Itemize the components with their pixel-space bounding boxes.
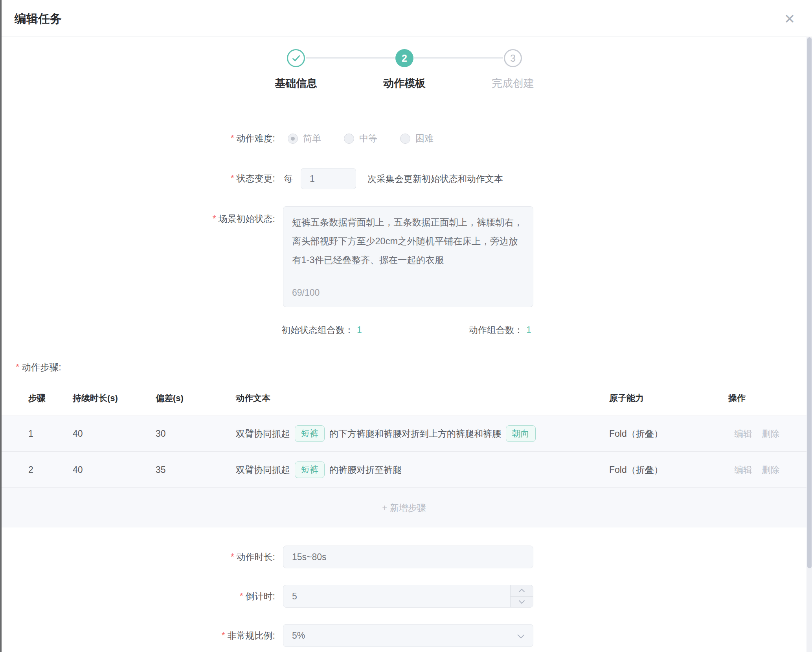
table-row: 1 40 30 双臂协同抓起 短裤 的下方裤腿和裤腰对折到上方的裤腿和裤腰 朝向… bbox=[2, 416, 806, 452]
row2-delete-button[interactable]: 删除 bbox=[762, 452, 780, 487]
unusual-ratio-select[interactable]: 5% bbox=[283, 624, 533, 647]
col-header-step: 步骤 bbox=[28, 392, 46, 404]
add-step-button[interactable]: + 新增步骤 bbox=[2, 488, 806, 527]
scrollbar-thumb[interactable] bbox=[807, 37, 812, 568]
col-header-duration: 持续时长(s) bbox=[73, 392, 118, 404]
step-connector-1 bbox=[306, 57, 395, 59]
row1-deviation: 30 bbox=[156, 416, 166, 451]
countdown-value: 5 bbox=[292, 591, 297, 601]
row1-action-text: 双臂协同抓起 短裤 的下方裤腿和裤腰对折到上方的裤腿和裤腰 朝向 bbox=[236, 416, 540, 451]
radio-selected-icon bbox=[288, 134, 298, 144]
row1-step: 1 bbox=[28, 416, 33, 451]
col-header-action-text: 动作文本 bbox=[236, 392, 270, 404]
initial-combo-value: 1 bbox=[357, 325, 362, 335]
required-marker: * bbox=[213, 214, 216, 224]
step-1-label: 基础信息 bbox=[253, 76, 339, 90]
required-marker: * bbox=[240, 591, 243, 601]
required-marker: * bbox=[231, 173, 234, 183]
table-row: 2 40 35 双臂协同抓起 短裤 的裤腰对折至裤腿 Fold（折叠） 编辑 删… bbox=[2, 452, 806, 488]
difficulty-label: *动作难度: bbox=[118, 132, 275, 145]
state-change-suffix: 次采集会更新初始状态和动作文本 bbox=[367, 173, 503, 185]
close-icon[interactable]: ✕ bbox=[780, 9, 799, 28]
initial-state-label: *场景初始状态: bbox=[118, 213, 275, 225]
number-stepper bbox=[510, 585, 533, 607]
step-2-circle: 2 bbox=[395, 49, 413, 67]
row2-action-text: 双臂协同抓起 短裤 的裤腰对折至裤腿 bbox=[236, 452, 402, 487]
radio-medium[interactable]: 中等 bbox=[344, 132, 377, 145]
initial-state-text: 短裤五条数据背面朝上，五条数据正面朝上，裤腰朝右，离头部视野下方至少20cm之外… bbox=[292, 213, 524, 269]
state-change-label: *状态变更: bbox=[118, 172, 275, 185]
row2-deviation: 35 bbox=[156, 452, 166, 487]
step-3-label: 完成创建 bbox=[470, 76, 556, 90]
row1-delete-button[interactable]: 删除 bbox=[762, 416, 780, 451]
direction-tag: 朝向 bbox=[506, 425, 536, 442]
chevron-down-icon bbox=[519, 598, 525, 604]
duration-label: *动作时长: bbox=[118, 551, 275, 563]
radio-simple[interactable]: 简单 bbox=[288, 132, 321, 145]
col-header-ability: 原子能力 bbox=[609, 392, 644, 404]
action-combo-count: 动作组合数：1 bbox=[469, 324, 531, 336]
row1-ability: Fold（折叠） bbox=[609, 416, 663, 451]
step-2-label: 动作模板 bbox=[361, 76, 448, 90]
required-marker: * bbox=[222, 630, 225, 641]
chevron-up-icon bbox=[519, 588, 525, 595]
radio-hard-label: 困难 bbox=[415, 132, 434, 145]
step-connector-2 bbox=[414, 57, 503, 59]
col-header-deviation: 偏差(s) bbox=[156, 392, 184, 404]
increment-button[interactable] bbox=[511, 585, 533, 597]
step-3-number: 3 bbox=[510, 53, 516, 64]
duration-input[interactable]: 15s~80s bbox=[283, 546, 533, 568]
col-header-operation: 操作 bbox=[728, 392, 746, 404]
object-tag: 短裤 bbox=[295, 462, 325, 478]
row2-duration: 40 bbox=[73, 452, 83, 487]
radio-unselected-icon bbox=[344, 134, 354, 144]
dialog-title: 编辑任务 bbox=[15, 11, 62, 27]
row1-duration: 40 bbox=[73, 416, 83, 451]
check-icon bbox=[292, 53, 300, 61]
object-tag: 短裤 bbox=[295, 425, 325, 442]
step-3-circle: 3 bbox=[504, 49, 522, 67]
action-combo-value: 1 bbox=[526, 325, 531, 335]
countdown-label: *倒计时: bbox=[118, 590, 275, 603]
row2-step: 2 bbox=[28, 452, 33, 487]
required-marker: * bbox=[231, 133, 234, 143]
decrement-button[interactable] bbox=[511, 597, 533, 608]
radio-simple-label: 简单 bbox=[303, 132, 321, 145]
radio-hard[interactable]: 困难 bbox=[400, 132, 434, 145]
required-marker: * bbox=[16, 362, 19, 372]
state-change-input[interactable]: 1 bbox=[301, 168, 356, 189]
action-steps-label: *动作步骤: bbox=[16, 361, 61, 374]
char-counter: 69/100 bbox=[292, 283, 320, 302]
unusual-ratio-label: *非常规比例: bbox=[118, 630, 275, 642]
difficulty-radio-group: 简单 中等 困难 bbox=[288, 132, 434, 145]
page-edge-strip bbox=[0, 0, 2, 652]
row2-edit-button[interactable]: 编辑 bbox=[734, 452, 752, 487]
initial-state-textarea[interactable]: 短裤五条数据背面朝上，五条数据正面朝上，裤腰朝右，离头部视野下方至少20cm之外… bbox=[283, 206, 533, 307]
radio-medium-label: 中等 bbox=[359, 132, 377, 145]
row2-ability: Fold（折叠） bbox=[609, 452, 663, 487]
chevron-down-icon bbox=[517, 631, 524, 638]
unusual-ratio-value: 5% bbox=[292, 630, 305, 641]
header-divider bbox=[2, 36, 806, 37]
required-marker: * bbox=[231, 552, 234, 562]
row1-edit-button[interactable]: 编辑 bbox=[734, 416, 752, 451]
countdown-input[interactable]: 5 bbox=[283, 585, 533, 608]
initial-combo-count: 初始状态组合数：1 bbox=[281, 324, 362, 336]
step-2-number: 2 bbox=[402, 53, 407, 64]
state-change-prefix: 每 bbox=[284, 173, 293, 185]
radio-unselected-icon bbox=[400, 134, 410, 144]
step-1-circle bbox=[287, 49, 305, 67]
edit-task-dialog: 编辑任务 ✕ 2 3 基础信息 动作模板 完成创建 *动作难度: 简单 中等 困… bbox=[0, 0, 812, 652]
